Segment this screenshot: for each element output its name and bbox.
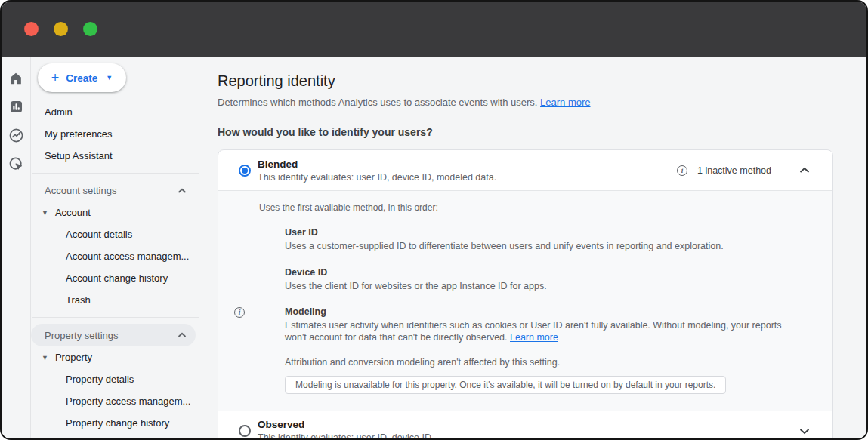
sidebar-item-scheduled-emails[interactable]: Scheduled emails: [31, 434, 199, 440]
advertising-icon[interactable]: [8, 156, 24, 172]
sidebar-item-label: Trash: [66, 294, 91, 306]
reports-icon[interactable]: [8, 99, 24, 115]
window-titlebar: [2, 2, 866, 57]
sidebar-divider: [32, 173, 199, 174]
chevron-up-icon: [799, 167, 810, 174]
chevron-down-icon: ▼: [106, 74, 113, 82]
sidebar-item-label: Account: [55, 207, 91, 218]
sidebar-item-my-preferences[interactable]: My preferences: [31, 123, 199, 145]
sidebar-item-label: Account details: [66, 229, 132, 240]
sidebar-section-label: Property settings: [45, 330, 119, 341]
method-description: Uses a customer-supplied ID to different…: [285, 241, 790, 253]
observed-label: Observed: [258, 419, 434, 430]
method-description: Estimates user activity when identifiers…: [285, 320, 790, 343]
method-name: Device ID: [285, 267, 790, 278]
blended-description: This identity evaluates: user ID, device…: [258, 172, 496, 183]
main-content: Reporting identity Determines which meth…: [199, 57, 866, 440]
sidebar-divider: [32, 317, 199, 318]
observed-description: This identity evaluates: user ID, device…: [258, 432, 434, 440]
sidebar-item-setup-assistant[interactable]: Setup Assistant: [31, 145, 199, 167]
sidebar-item-property[interactable]: ▼ Property: [31, 346, 199, 368]
sidebar-item-label: Property: [55, 352, 92, 363]
expander-triangle-icon: ▼: [42, 354, 48, 362]
observed-option-row[interactable]: Observed This identity evaluates: user I…: [218, 411, 832, 440]
blended-option-row[interactable]: Blended This identity evaluates: user ID…: [218, 150, 832, 190]
method-name: Modeling: [285, 306, 790, 317]
sidebar-item-label: Property change history: [66, 417, 169, 429]
admin-sidebar: + Create ▼ Admin My preferences Setup As…: [31, 57, 199, 440]
page-subtitle: Determines which methods Analytics uses …: [218, 97, 833, 108]
blended-intro: Uses the first available method, in this…: [259, 202, 790, 213]
create-button[interactable]: + Create ▼: [38, 63, 126, 92]
create-button-label: Create: [66, 72, 97, 84]
blended-details-panel: Uses the first available method, in this…: [218, 190, 832, 411]
chevron-down-icon: [799, 428, 810, 435]
zoom-window-button[interactable]: [83, 22, 97, 36]
method-name: User ID: [285, 227, 790, 238]
admin-nav: Admin My preferences Setup Assistant Acc…: [31, 101, 199, 440]
sidebar-item-label: My preferences: [45, 128, 113, 140]
sidebar-section-account-settings[interactable]: Account settings: [31, 180, 196, 202]
inactive-method-badge: 1 inactive method: [697, 165, 771, 176]
sidebar-item-property-access-management[interactable]: Property access managem...: [31, 390, 199, 412]
plus-icon: +: [51, 71, 60, 85]
sidebar-item-label: Setup Assistant: [45, 150, 113, 162]
sidebar-item-label: Account access managem...: [66, 251, 189, 262]
expand-observed-button[interactable]: [798, 424, 811, 438]
sidebar-item-label: Property access managem...: [66, 395, 190, 407]
sidebar-item-label: Account change history: [66, 272, 168, 284]
explore-icon[interactable]: [8, 128, 24, 143]
sidebar-item-admin[interactable]: Admin: [31, 101, 199, 123]
expander-triangle-icon: ▼: [42, 209, 48, 217]
info-icon: i: [677, 165, 687, 176]
identity-question: How would you like to identify your user…: [218, 126, 833, 138]
traffic-lights: [24, 22, 97, 36]
close-window-button[interactable]: [24, 22, 39, 36]
home-icon[interactable]: [8, 70, 24, 86]
modeling-learn-more-link[interactable]: Learn more: [510, 332, 558, 343]
learn-more-link[interactable]: Learn more: [540, 97, 590, 108]
method-device-id: Device ID Uses the client ID for website…: [259, 267, 790, 293]
modeling-note: Attribution and conversion modeling aren…: [285, 357, 790, 368]
page-subtitle-text: Determines which methods Analytics uses …: [218, 97, 537, 108]
blended-radio[interactable]: [239, 165, 251, 177]
collapse-blended-button[interactable]: [798, 163, 811, 177]
modeling-unavailable-alert: Modeling is unavailable for this propert…: [285, 376, 726, 394]
sidebar-item-label: Admin: [45, 106, 73, 118]
sidebar-item-property-change-history[interactable]: Property change history: [31, 412, 199, 434]
sidebar-item-account-details[interactable]: Account details: [31, 223, 199, 245]
chevron-up-icon: [178, 332, 187, 338]
chevron-up-icon: [178, 188, 187, 194]
sidebar-section-label: Account settings: [45, 185, 116, 196]
method-description: Uses the client ID for websites or the a…: [285, 281, 790, 293]
nav-rail: [2, 57, 31, 440]
info-icon: i: [234, 307, 245, 318]
minimize-window-button[interactable]: [54, 22, 68, 36]
method-modeling: i Modeling Estimates user activity when …: [259, 306, 790, 393]
sidebar-item-account[interactable]: ▼ Account: [31, 202, 199, 223]
app-window: + Create ▼ Admin My preferences Setup As…: [0, 0, 868, 440]
sidebar-section-property-settings[interactable]: Property settings: [31, 324, 196, 346]
sidebar-item-account-change-history[interactable]: Account change history: [31, 267, 199, 289]
sidebar-item-label: Property details: [66, 374, 134, 385]
sidebar-item-trash[interactable]: Trash: [31, 289, 199, 311]
method-user-id: User ID Uses a customer-supplied ID to d…: [259, 227, 790, 253]
page-title: Reporting identity: [218, 72, 833, 90]
blended-label: Blended: [258, 158, 496, 170]
observed-radio[interactable]: [239, 425, 251, 437]
reporting-identity-card: Blended This identity evaluates: user ID…: [218, 149, 833, 440]
sidebar-item-account-access-management[interactable]: Account access managem...: [31, 245, 199, 267]
sidebar-item-property-details[interactable]: Property details: [31, 368, 199, 390]
